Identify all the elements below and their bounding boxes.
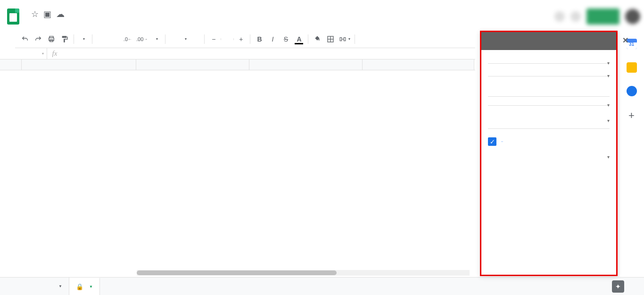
currency-button[interactable]: [95, 33, 107, 45]
chevron-down-icon[interactable]: ▼: [58, 284, 62, 288]
frequency-dropdown[interactable]: [488, 152, 610, 157]
filters-dropdown[interactable]: [488, 116, 610, 129]
menu-tools[interactable]: [72, 22, 78, 25]
col-header-b[interactable]: [136, 59, 249, 70]
italic-button[interactable]: I: [266, 33, 279, 45]
sheets-logo[interactable]: [4, 7, 23, 26]
font-size-input[interactable]: [221, 38, 234, 40]
font-dropdown[interactable]: [168, 33, 201, 45]
menubar: [26, 22, 554, 25]
star-icon[interactable]: ☆: [31, 9, 39, 19]
horizontal-scrollbar[interactable]: [137, 270, 470, 276]
svg-rect-7: [344, 37, 346, 41]
close-icon[interactable]: ✕: [622, 36, 628, 45]
add-sheet-button[interactable]: [19, 279, 34, 294]
schedule-label: [501, 141, 503, 142]
sheet-tab-bar: ▼ 🔒▼ ✦: [0, 277, 644, 295]
increase-decimal-button[interactable]: .00→: [135, 33, 149, 45]
menu-view[interactable]: [41, 22, 48, 25]
font-size-decrease[interactable]: −: [207, 33, 220, 45]
explore-button[interactable]: ✦: [612, 280, 624, 293]
menu-file[interactable]: [26, 22, 33, 25]
name-box[interactable]: [0, 48, 47, 59]
create-report-panel: ✕ ✓: [480, 31, 618, 276]
menu-addons[interactable]: [79, 22, 86, 25]
menu-help[interactable]: [87, 22, 93, 25]
strike-button[interactable]: S: [280, 33, 292, 45]
share-button[interactable]: [586, 8, 619, 25]
cloud-status-icon[interactable]: ☁: [56, 9, 65, 19]
spreadsheet-grid: [0, 59, 475, 276]
undo-icon[interactable]: [19, 33, 31, 45]
panel-title: ✕: [481, 32, 616, 50]
side-rail: + ›: [619, 30, 644, 295]
keep-icon[interactable]: [627, 62, 637, 73]
merge-button[interactable]: [338, 33, 352, 45]
chevron-down-icon[interactable]: ▼: [89, 285, 93, 289]
number-format-dropdown[interactable]: [150, 33, 162, 45]
menu-insert[interactable]: [49, 22, 56, 25]
schedule-checkbox[interactable]: ✓: [488, 137, 496, 146]
redo-icon[interactable]: [32, 33, 44, 45]
col-header-c[interactable]: [249, 59, 363, 70]
account-avatar[interactable]: [625, 9, 640, 24]
sheet-tab-report-config[interactable]: 🔒▼: [69, 278, 100, 295]
menu-data[interactable]: [64, 22, 71, 25]
percent-button[interactable]: [108, 33, 121, 45]
select-all-corner[interactable]: [0, 59, 22, 70]
date-range-dropdown[interactable]: [488, 59, 610, 64]
header-right-blurred: [554, 8, 640, 25]
sheet-tab-1[interactable]: ▼: [49, 278, 69, 295]
fill-color-button[interactable]: [311, 33, 323, 45]
decrease-decimal-button[interactable]: .0←: [122, 33, 134, 45]
svg-rect-6: [340, 37, 342, 41]
text-color-button[interactable]: A: [293, 33, 305, 45]
report-type-dropdown[interactable]: [488, 71, 610, 76]
print-icon[interactable]: [45, 33, 58, 45]
borders-button[interactable]: [324, 33, 337, 45]
svg-rect-2: [50, 40, 53, 42]
formula-bar-row: fx: [0, 48, 475, 59]
bold-button[interactable]: B: [253, 33, 265, 45]
more-toolbar-button[interactable]: [358, 33, 370, 45]
col-header-d[interactable]: [363, 59, 474, 70]
add-addon-icon[interactable]: +: [628, 110, 635, 122]
report-name-input[interactable]: [488, 84, 610, 97]
columns-dropdown[interactable]: [488, 101, 610, 106]
fx-icon: fx: [47, 50, 62, 58]
tasks-icon[interactable]: [627, 86, 637, 96]
menu-edit[interactable]: [34, 22, 41, 25]
lock-icon: 🔒: [76, 283, 83, 290]
col-header-a[interactable]: [22, 59, 136, 70]
all-sheets-button[interactable]: [34, 279, 49, 294]
zoom-dropdown[interactable]: [77, 33, 89, 45]
app-header: ☆ ▣ ☁: [0, 0, 644, 30]
menu-format[interactable]: [57, 22, 63, 25]
paint-format-icon[interactable]: [58, 33, 71, 45]
font-size-increase[interactable]: +: [235, 33, 247, 45]
move-icon[interactable]: ▣: [43, 9, 51, 19]
toolbar: .0← .00→ − + B I S A: [15, 30, 475, 48]
